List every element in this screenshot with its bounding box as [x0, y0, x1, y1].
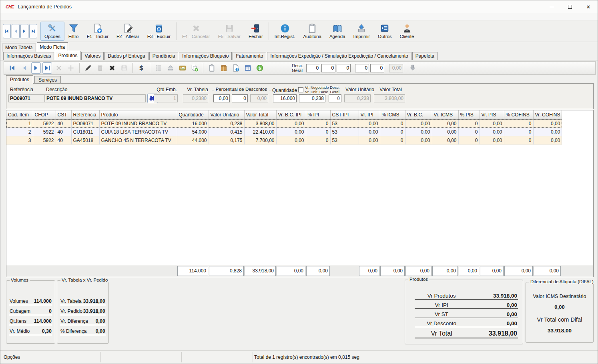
tab-papeleta[interactable]: Papeleta	[412, 52, 437, 60]
column-header-refer-ncia[interactable]: Referência	[71, 110, 99, 119]
desc-geral-input-1[interactable]	[306, 64, 320, 72]
column-header-pis[interactable]: % PIS	[458, 110, 480, 119]
vr-negociado-field[interactable]: 0,238	[299, 94, 325, 102]
item-options-icon	[54, 63, 64, 73]
toolbar-button-opcoes[interactable]: Opcoes	[40, 22, 64, 41]
item-price-icon[interactable]: $	[136, 63, 146, 73]
column-header-produto[interactable]: Produto	[99, 110, 177, 119]
toolbar-button-outros[interactable]: Outros	[374, 22, 396, 41]
item-duplicate-icon[interactable]	[189, 63, 200, 73]
toolbar-button-f2-alterar[interactable]: F2 - Alterar	[112, 22, 143, 41]
referencia-field[interactable]: PO09071	[8, 94, 45, 102]
item-nav-first-icon[interactable]	[7, 63, 18, 73]
desc-geral-input-3[interactable]	[337, 64, 351, 72]
maximize-button[interactable]	[561, 0, 579, 13]
toolbar-button-cliente[interactable]: Cliente	[396, 22, 418, 41]
column-header-vr-pis[interactable]: Vr. PIS	[480, 110, 504, 119]
status-record-count: Total de 1 registro(s) encontrado(s) em …	[254, 354, 359, 360]
column-header-icms[interactable]: % ICMS	[380, 110, 405, 119]
record-first-button[interactable]	[3, 24, 11, 38]
desc-geral-input-5[interactable]	[370, 64, 384, 72]
mode-tab-modo-ficha[interactable]: Modo Ficha	[37, 42, 68, 52]
mode-tab-modo-tabela[interactable]: Modo Tabela	[2, 44, 36, 52]
item-money-icon[interactable]: $	[255, 63, 265, 73]
item-package-icon[interactable]	[219, 63, 229, 73]
item-clipboard-icon[interactable]	[207, 63, 217, 73]
column-header-ipi[interactable]: % IPI	[306, 110, 330, 119]
desc-geral-input-2[interactable]	[321, 64, 335, 72]
item-nav-prev-icon[interactable]	[19, 63, 30, 73]
tab-informa-es-basicas[interactable]: Informações Basicas	[3, 52, 54, 60]
tab-pend-ncia[interactable]: Pendência	[149, 52, 179, 60]
toolbar-button-f3-excluir[interactable]: F3 - Excluir	[143, 22, 175, 41]
toolbar-button-agenda[interactable]: Agenda	[325, 22, 349, 41]
doc-add-icon	[92, 23, 103, 34]
summary-row-cubagem: Cubagem0	[9, 305, 52, 315]
item-add-icon	[66, 63, 76, 73]
item-export-icon[interactable]	[165, 63, 176, 73]
close-button[interactable]: ✕	[579, 0, 598, 13]
column-header-vr-b-c[interactable]: Vr. B.C.	[405, 110, 432, 119]
vr-negociado-checkbox[interactable]	[298, 87, 303, 92]
subtab-servi-os[interactable]: Serviços	[34, 76, 61, 84]
subtab-produtos[interactable]: Produtos	[6, 75, 33, 84]
item-row-2[interactable]: 2592240CU18011CUIA 18 LISA TERRACOTA TV5…	[6, 128, 562, 136]
item-remove-icon[interactable]	[107, 63, 117, 73]
item-save-icon	[119, 63, 129, 73]
tab-valores[interactable]: Valores	[81, 52, 104, 60]
close-icon: ✕	[586, 4, 591, 10]
toolbar-button-imprimir[interactable]: Imprimir	[349, 22, 374, 41]
item-list-icon[interactable]	[153, 63, 164, 73]
tab-produtos[interactable]: Produtos	[55, 51, 80, 60]
quantidade-field[interactable]: 16.000	[273, 94, 297, 102]
desconto-2-field[interactable]: 0	[232, 94, 248, 102]
toolbar-button-label: F2 - Alterar	[116, 34, 139, 39]
item-row-1[interactable]: 1592240PO09071POTE 09 INUND BRANCO TV16.…	[6, 119, 562, 128]
desc-geral-item-label: Desc. Geral	[330, 86, 339, 94]
tab-faturamento[interactable]: Faturamento	[233, 52, 266, 60]
toolbar-button-filtro[interactable]: Filtro	[64, 22, 83, 41]
column-header-vr-ipi[interactable]: Vr. IPI	[359, 110, 380, 119]
maximize-icon	[568, 5, 572, 9]
desc-geral-item-field[interactable]: 0	[329, 94, 341, 102]
summary-value: 0	[49, 308, 52, 314]
toolbar-button-inf-regist[interactable]: Inf.Regist.	[271, 22, 299, 41]
column-header-cofins[interactable]: % COFINS	[504, 110, 533, 119]
column-header-valor-unit-rio[interactable]: Valor Unitário	[209, 110, 244, 119]
column-header-cod-item[interactable]: Cod. Item	[6, 110, 33, 119]
item-grid-icon[interactable]	[243, 63, 253, 73]
item-nav-last-icon[interactable]	[42, 62, 52, 74]
desc-geral-input-4[interactable]	[355, 64, 369, 72]
column-header-vr-b-c-ipi[interactable]: Vr. B.C. IPI	[276, 110, 306, 119]
column-header-quantidade[interactable]: Quantidade	[177, 110, 209, 119]
item-image-icon[interactable]	[177, 63, 188, 73]
minimize-button[interactable]	[542, 0, 561, 13]
item-nav-next-icon[interactable]	[31, 62, 41, 74]
column-header-cst[interactable]: CST	[56, 110, 71, 119]
item-row-3[interactable]: 3592240GA45018GANCHO 45 N TERRACOTA TV44…	[6, 136, 562, 144]
arrow-down-icon	[409, 64, 417, 73]
desconto-1-field[interactable]: 0,00	[213, 94, 230, 102]
column-header-vr-icms[interactable]: Vr. ICMS	[432, 110, 458, 119]
record-last-button[interactable]	[29, 24, 37, 38]
column-header-valor-total[interactable]: Valor Total	[244, 110, 276, 119]
record-next-button[interactable]	[20, 24, 28, 38]
summary-row-vr-diferen-a: Vr. Diferença0,00	[60, 315, 106, 325]
record-prev-button[interactable]	[12, 24, 20, 38]
produtos-row-vr-total: Vr Total33.918,00	[415, 327, 518, 338]
column-header-cst-ipi[interactable]: CST IPI	[330, 110, 359, 119]
tab-informa-es-expedi-o-simula-o-expedic-o-cancelamento[interactable]: Informações Expedição / Simulação Expedi…	[267, 52, 411, 60]
column-header-vr-cofins[interactable]: Vr. COFINS	[533, 110, 562, 119]
content-area: $$ Desc. Geral ProdutosServiços Referênc…	[0, 60, 598, 351]
descricao-field[interactable]: POTE 09 INUND BRANCO TV	[45, 94, 146, 102]
item-edit-icon[interactable]	[83, 63, 93, 73]
tab-informa-es-bloqueio[interactable]: Informações Bloqueio	[179, 52, 232, 60]
item-doc-info-icon[interactable]	[231, 63, 241, 73]
toolbar-button-fechar[interactable]: Fechar	[245, 22, 267, 41]
toolbar-button-f1-incluir[interactable]: F1 - Incluir	[83, 22, 112, 41]
toolbar-button-auditoria[interactable]: Auditoria	[299, 22, 325, 41]
tab-dados-p-entrega[interactable]: Dados p/ Entrega	[104, 52, 148, 60]
apply-discount-button[interactable]	[407, 63, 418, 73]
vr-negociado-label: Vr. Negociado Vr. Unit. Base	[305, 86, 329, 94]
column-header-cfop[interactable]: CFOP	[33, 110, 56, 119]
